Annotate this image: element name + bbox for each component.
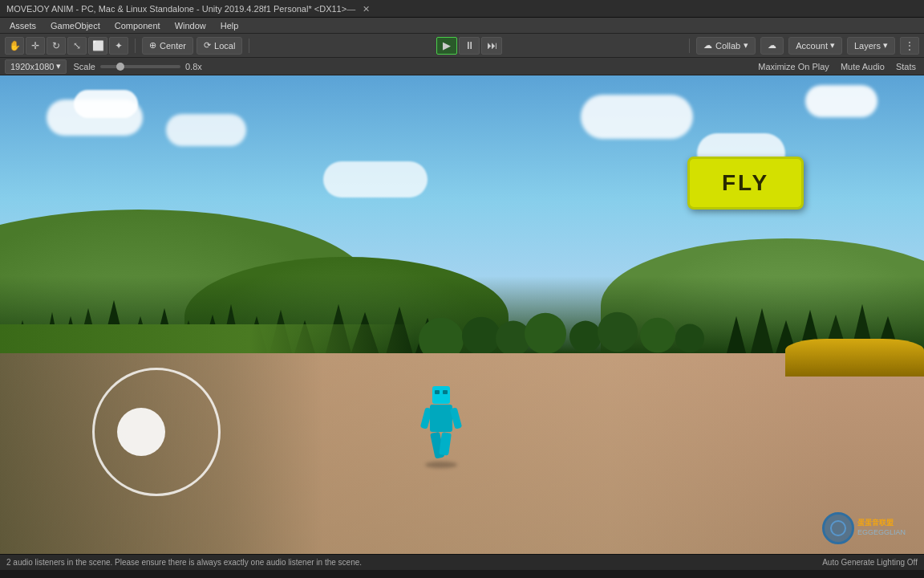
- menu-window[interactable]: Window: [168, 19, 213, 32]
- close-button[interactable]: ✕: [363, 4, 372, 14]
- char-shadow: [425, 462, 457, 468]
- pivot-icon: ⊕: [149, 40, 156, 51]
- right-scene-btns: Maximize On Play Mute Audio Stats: [755, 61, 919, 72]
- title-bar-controls: — ✕: [346, 4, 372, 14]
- title-text: MOVEJOY ANIM - PC, Mac & Linux Standalon…: [6, 4, 346, 14]
- sep2: [249, 39, 249, 53]
- layout-button[interactable]: ⋮: [900, 37, 919, 55]
- watermark-logo: [822, 512, 854, 544]
- collab-icon: ☁: [703, 40, 712, 51]
- status-message: 2 audio listeners in the scene. Please e…: [6, 558, 362, 567]
- menu-assets[interactable]: Assets: [3, 19, 43, 32]
- pause-button[interactable]: ⏸: [459, 37, 480, 55]
- svg-point-26: [462, 317, 500, 356]
- char-torso: [430, 405, 452, 432]
- tool-group: ✋ ✛ ↻ ⤡ ⬜ ✦: [5, 37, 128, 55]
- rect-tool[interactable]: ⬜: [88, 37, 107, 55]
- cloud-6: [805, 85, 877, 117]
- char-leg-right: [440, 432, 452, 455]
- menu-bar: Assets GameObject Component Window Help: [0, 18, 924, 34]
- menu-gameobject[interactable]: GameObject: [44, 19, 107, 32]
- svg-point-31: [640, 318, 675, 353]
- transform-label: Local: [214, 41, 235, 51]
- layers-button[interactable]: Layers ▾: [847, 37, 895, 55]
- resolution-value: 1920x1080: [10, 62, 54, 71]
- toolbar: ✋ ✛ ↻ ⤡ ⬜ ✦ ⊕ Center ⟳ Local ▶ ⏸ ⏭ ☁ Col…: [0, 34, 924, 58]
- sep1: [135, 39, 136, 53]
- scene-toolbar: 1920x1080 ▾ Scale 0.8x Maximize On Play …: [0, 58, 924, 75]
- title-bar: MOVEJOY ANIM - PC, Mac & Linux Standalon…: [0, 0, 924, 18]
- scale-thumb: [116, 63, 124, 71]
- transform-icon: ⟳: [204, 40, 211, 51]
- layers-label: Layers: [854, 41, 881, 51]
- char-legs: [430, 433, 452, 458]
- fly-button[interactable]: FLY: [687, 157, 804, 210]
- step-button[interactable]: ⏭: [481, 37, 502, 55]
- pivot-label: Center: [160, 41, 186, 51]
- rotate-tool[interactable]: ↻: [47, 37, 66, 55]
- menu-help[interactable]: Help: [214, 19, 245, 32]
- play-button[interactable]: ▶: [436, 37, 457, 55]
- play-controls: ▶ ⏸ ⏭: [256, 37, 683, 55]
- scale-slider[interactable]: [100, 65, 180, 68]
- fly-label: FLY: [722, 170, 769, 195]
- status-right: Auto Generate Lighting Off: [822, 558, 918, 567]
- resolution-chevron: ▾: [56, 61, 61, 71]
- status-bar: 2 audio listeners in the scene. Please e…: [0, 554, 924, 570]
- cloud-2: [74, 90, 138, 118]
- custom-tool[interactable]: ✦: [109, 37, 128, 55]
- scale-value: 0.8x: [185, 62, 202, 71]
- collab-button[interactable]: ☁ Collab ▾: [696, 37, 756, 55]
- watermark-text: 蛋蛋音联盟 EGGEGGLIAN: [857, 519, 906, 537]
- char-torso-container: [430, 405, 452, 432]
- watermark-inner-circle: [830, 520, 846, 536]
- svg-point-29: [569, 321, 602, 353]
- svg-point-30: [598, 312, 638, 352]
- collab-chevron: ▾: [744, 40, 748, 51]
- minimize-button[interactable]: —: [346, 4, 356, 14]
- resolution-dropdown[interactable]: 1920x1080 ▾: [5, 59, 67, 74]
- transform-button[interactable]: ⟳ Local: [197, 37, 242, 55]
- watermark-line2: EGGEGGLIAN: [857, 528, 906, 538]
- scale-label: Scale: [73, 62, 95, 71]
- scale-control: Scale 0.8x: [73, 62, 201, 71]
- cloud-4: [581, 95, 693, 139]
- pivot-button[interactable]: ⊕ Center: [142, 37, 193, 55]
- joystick[interactable]: [92, 368, 221, 496]
- scale-tool[interactable]: ⤡: [67, 37, 87, 55]
- collab-label: Collab: [715, 41, 740, 51]
- hand-tool[interactable]: ✋: [5, 37, 24, 55]
- cloud-3: [166, 114, 246, 146]
- watermark-line1: 蛋蛋音联盟: [857, 519, 906, 528]
- character-body: [425, 386, 457, 458]
- move-tool[interactable]: ✛: [26, 37, 45, 55]
- watermark: 蛋蛋音联盟 EGGEGGLIAN: [822, 512, 906, 544]
- cloud-7: [323, 161, 428, 197]
- stats-btn[interactable]: Stats: [893, 61, 919, 72]
- svg-point-32: [675, 324, 704, 353]
- mute-audio-btn[interactable]: Mute Audio: [837, 61, 888, 72]
- maximize-on-play-btn[interactable]: Maximize On Play: [755, 61, 833, 72]
- sep3: [689, 39, 690, 53]
- cloud-button[interactable]: ☁: [760, 37, 784, 55]
- cloud-icon: ☁: [768, 40, 776, 51]
- char-head: [432, 386, 450, 404]
- account-chevron: ▾: [830, 40, 835, 51]
- account-label: Account: [796, 41, 828, 51]
- account-button[interactable]: Account ▾: [788, 37, 842, 55]
- character: [425, 386, 457, 468]
- flowers-right: [785, 339, 924, 377]
- svg-point-28: [525, 313, 566, 355]
- layers-chevron: ▾: [883, 40, 888, 51]
- game-view[interactable]: FLY: [0, 75, 924, 554]
- right-controls: ☁ Collab ▾ ☁ Account ▾ Layers ▾ ⋮: [696, 37, 919, 55]
- joystick-knob[interactable]: [117, 408, 165, 456]
- menu-component[interactable]: Component: [108, 19, 167, 32]
